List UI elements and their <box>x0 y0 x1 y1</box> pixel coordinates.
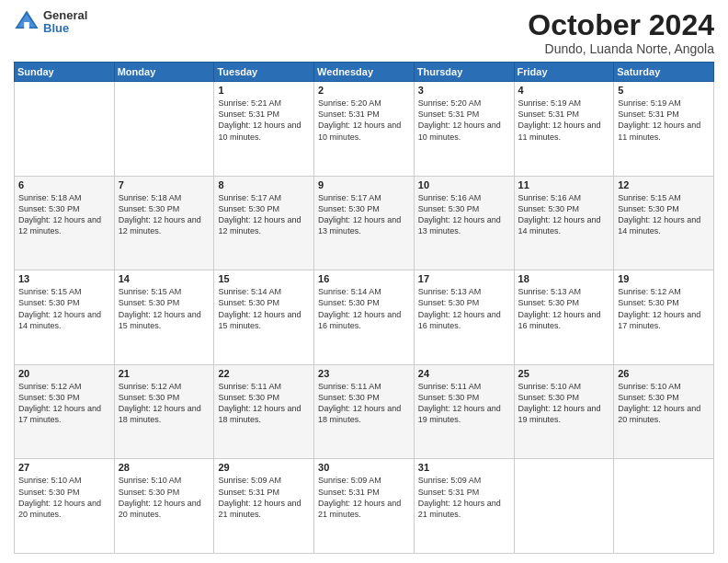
month-title: October 2024 <box>528 9 714 41</box>
calendar-cell: 29Sunrise: 5:09 AMSunset: 5:31 PMDayligh… <box>214 459 314 554</box>
calendar-cell: 20Sunrise: 5:12 AMSunset: 5:30 PMDayligh… <box>15 364 115 459</box>
logo-general-text: General <box>43 9 87 22</box>
location-subtitle: Dundo, Luanda Norte, Angola <box>528 41 714 56</box>
calendar-cell: 2Sunrise: 5:20 AMSunset: 5:31 PMDaylight… <box>314 82 415 177</box>
calendar-cell: 7Sunrise: 5:18 AMSunset: 5:30 PMDaylight… <box>114 176 214 270</box>
calendar-header-wednesday: Wednesday <box>314 63 415 82</box>
day-number: 28 <box>119 462 210 473</box>
day-number: 9 <box>318 179 410 190</box>
calendar-cell: 19Sunrise: 5:12 AMSunset: 5:30 PMDayligh… <box>614 270 714 365</box>
calendar-cell: 18Sunrise: 5:13 AMSunset: 5:30 PMDayligh… <box>514 270 614 365</box>
day-number: 23 <box>318 368 410 379</box>
calendar-cell: 8Sunrise: 5:17 AMSunset: 5:30 PMDaylight… <box>214 176 314 270</box>
day-info: Sunrise: 5:15 AMSunset: 5:30 PMDaylight:… <box>18 286 110 331</box>
day-info: Sunrise: 5:10 AMSunset: 5:30 PMDaylight:… <box>18 475 110 520</box>
day-number: 10 <box>418 179 510 190</box>
calendar-cell: 9Sunrise: 5:17 AMSunset: 5:30 PMDaylight… <box>314 176 415 270</box>
calendar-cell <box>15 82 115 177</box>
header: General Blue October 2024 Dundo, Luanda … <box>14 9 714 56</box>
calendar-cell: 22Sunrise: 5:11 AMSunset: 5:30 PMDayligh… <box>214 364 314 459</box>
calendar-week-row: 6Sunrise: 5:18 AMSunset: 5:30 PMDaylight… <box>15 176 714 270</box>
day-info: Sunrise: 5:10 AMSunset: 5:30 PMDaylight:… <box>119 475 210 520</box>
day-number: 26 <box>618 368 710 379</box>
day-number: 12 <box>618 179 710 190</box>
day-info: Sunrise: 5:15 AMSunset: 5:30 PMDaylight:… <box>618 192 710 237</box>
day-info: Sunrise: 5:12 AMSunset: 5:30 PMDaylight:… <box>18 381 110 426</box>
day-number: 6 <box>18 179 110 190</box>
calendar-cell: 3Sunrise: 5:20 AMSunset: 5:31 PMDaylight… <box>414 82 514 177</box>
day-number: 31 <box>418 462 510 473</box>
day-number: 18 <box>518 273 610 284</box>
day-number: 5 <box>618 85 710 96</box>
calendar-cell: 24Sunrise: 5:11 AMSunset: 5:30 PMDayligh… <box>414 364 514 459</box>
page: General Blue October 2024 Dundo, Luanda … <box>0 0 728 563</box>
day-number: 17 <box>418 273 510 284</box>
day-number: 24 <box>418 368 510 379</box>
day-info: Sunrise: 5:13 AMSunset: 5:30 PMDaylight:… <box>418 286 510 331</box>
calendar-week-row: 27Sunrise: 5:10 AMSunset: 5:30 PMDayligh… <box>15 459 714 554</box>
day-number: 27 <box>18 462 110 473</box>
calendar-cell: 13Sunrise: 5:15 AMSunset: 5:30 PMDayligh… <box>15 270 115 365</box>
calendar-cell: 11Sunrise: 5:16 AMSunset: 5:30 PMDayligh… <box>514 176 614 270</box>
day-info: Sunrise: 5:09 AMSunset: 5:31 PMDaylight:… <box>318 475 410 520</box>
title-section: October 2024 Dundo, Luanda Norte, Angola <box>528 9 714 56</box>
logo: General Blue <box>14 9 87 36</box>
calendar-cell: 27Sunrise: 5:10 AMSunset: 5:30 PMDayligh… <box>15 459 115 554</box>
day-info: Sunrise: 5:09 AMSunset: 5:31 PMDaylight:… <box>418 475 510 520</box>
day-number: 14 <box>119 273 210 284</box>
calendar-cell: 14Sunrise: 5:15 AMSunset: 5:30 PMDayligh… <box>114 270 214 365</box>
calendar-cell <box>514 459 614 554</box>
day-info: Sunrise: 5:16 AMSunset: 5:30 PMDaylight:… <box>518 192 610 237</box>
day-info: Sunrise: 5:12 AMSunset: 5:30 PMDaylight:… <box>618 286 710 331</box>
day-info: Sunrise: 5:18 AMSunset: 5:30 PMDaylight:… <box>18 192 110 237</box>
day-number: 16 <box>318 273 410 284</box>
day-number: 4 <box>518 85 610 96</box>
calendar-cell: 17Sunrise: 5:13 AMSunset: 5:30 PMDayligh… <box>414 270 514 365</box>
calendar-cell <box>114 82 214 177</box>
day-number: 8 <box>218 179 310 190</box>
calendar-cell: 4Sunrise: 5:19 AMSunset: 5:31 PMDaylight… <box>514 82 614 177</box>
day-number: 20 <box>18 368 110 379</box>
calendar-cell: 12Sunrise: 5:15 AMSunset: 5:30 PMDayligh… <box>614 176 714 270</box>
day-number: 21 <box>119 368 210 379</box>
calendar-cell: 26Sunrise: 5:10 AMSunset: 5:30 PMDayligh… <box>614 364 714 459</box>
day-info: Sunrise: 5:13 AMSunset: 5:30 PMDaylight:… <box>518 286 610 331</box>
day-number: 1 <box>218 85 310 96</box>
day-number: 13 <box>18 273 110 284</box>
calendar-week-row: 1Sunrise: 5:21 AMSunset: 5:31 PMDaylight… <box>15 82 714 177</box>
day-info: Sunrise: 5:19 AMSunset: 5:31 PMDaylight:… <box>518 98 610 143</box>
calendar-cell: 30Sunrise: 5:09 AMSunset: 5:31 PMDayligh… <box>314 459 415 554</box>
day-info: Sunrise: 5:11 AMSunset: 5:30 PMDaylight:… <box>218 381 310 426</box>
day-info: Sunrise: 5:20 AMSunset: 5:31 PMDaylight:… <box>418 98 510 143</box>
calendar-cell: 28Sunrise: 5:10 AMSunset: 5:30 PMDayligh… <box>114 459 214 554</box>
day-number: 25 <box>518 368 610 379</box>
calendar-week-row: 13Sunrise: 5:15 AMSunset: 5:30 PMDayligh… <box>15 270 714 365</box>
day-info: Sunrise: 5:17 AMSunset: 5:30 PMDaylight:… <box>218 192 310 237</box>
day-number: 30 <box>318 462 410 473</box>
calendar-header-sunday: Sunday <box>15 63 115 82</box>
calendar-cell: 1Sunrise: 5:21 AMSunset: 5:31 PMDaylight… <box>214 82 314 177</box>
day-number: 11 <box>518 179 610 190</box>
calendar-cell: 6Sunrise: 5:18 AMSunset: 5:30 PMDaylight… <box>15 176 115 270</box>
calendar-cell: 23Sunrise: 5:11 AMSunset: 5:30 PMDayligh… <box>314 364 415 459</box>
calendar-cell <box>614 459 714 554</box>
calendar-cell: 15Sunrise: 5:14 AMSunset: 5:30 PMDayligh… <box>214 270 314 365</box>
day-number: 7 <box>119 179 210 190</box>
calendar-cell: 16Sunrise: 5:14 AMSunset: 5:30 PMDayligh… <box>314 270 415 365</box>
day-info: Sunrise: 5:14 AMSunset: 5:30 PMDaylight:… <box>318 286 410 331</box>
day-info: Sunrise: 5:11 AMSunset: 5:30 PMDaylight:… <box>418 381 510 426</box>
calendar-header-thursday: Thursday <box>414 63 514 82</box>
day-info: Sunrise: 5:16 AMSunset: 5:30 PMDaylight:… <box>418 192 510 237</box>
calendar-cell: 5Sunrise: 5:19 AMSunset: 5:31 PMDaylight… <box>614 82 714 177</box>
logo-icon <box>14 9 40 35</box>
day-info: Sunrise: 5:21 AMSunset: 5:31 PMDaylight:… <box>218 98 310 143</box>
day-info: Sunrise: 5:19 AMSunset: 5:31 PMDaylight:… <box>618 98 710 143</box>
day-number: 15 <box>218 273 310 284</box>
day-info: Sunrise: 5:11 AMSunset: 5:30 PMDaylight:… <box>318 381 410 426</box>
calendar-header-monday: Monday <box>114 63 214 82</box>
day-info: Sunrise: 5:14 AMSunset: 5:30 PMDaylight:… <box>218 286 310 331</box>
calendar-header-row: SundayMondayTuesdayWednesdayThursdayFrid… <box>15 63 714 82</box>
day-info: Sunrise: 5:15 AMSunset: 5:30 PMDaylight:… <box>119 286 210 331</box>
day-info: Sunrise: 5:20 AMSunset: 5:31 PMDaylight:… <box>318 98 410 143</box>
day-info: Sunrise: 5:10 AMSunset: 5:30 PMDaylight:… <box>618 381 710 426</box>
